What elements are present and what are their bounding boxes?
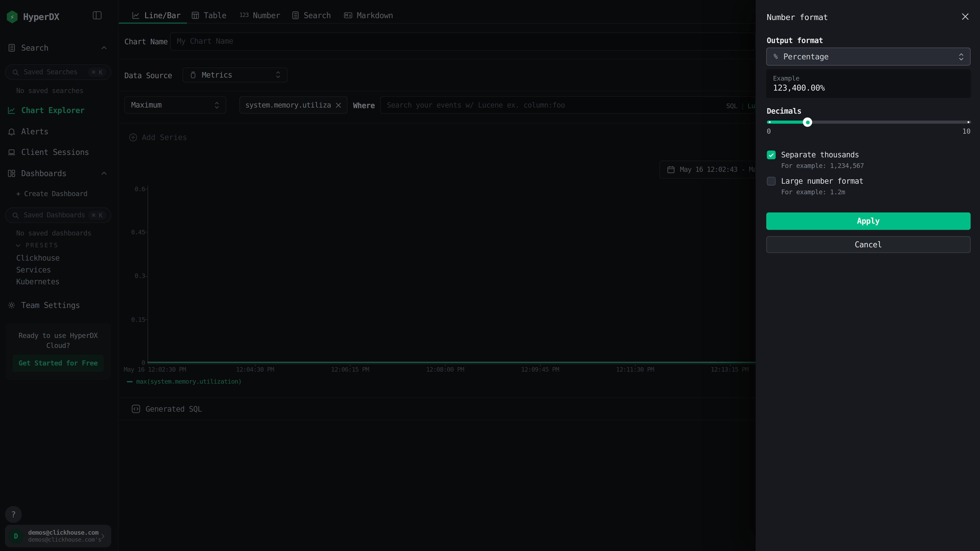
- cloud-promo-text: Ready to use HyperDX Cloud?: [5, 331, 111, 351]
- separate-thousands-checkbox[interactable]: [767, 151, 776, 159]
- close-icon[interactable]: [961, 12, 970, 21]
- x-tick: 12:04:30 PM: [236, 366, 274, 373]
- slider-thumb[interactable]: [803, 118, 812, 127]
- separate-thousands-label: Separate thousands: [781, 151, 864, 159]
- preset-clickhouse[interactable]: Clickhouse: [16, 254, 60, 262]
- example-box: Example 123,400.00%: [766, 69, 970, 98]
- main-content: Line/Bar Table 123 Number Search Markdow…: [119, 0, 756, 551]
- preset-services[interactable]: Services: [16, 265, 51, 274]
- drawer-title: Number format: [767, 13, 828, 22]
- avatar: D: [8, 528, 24, 544]
- preset-kubernetes[interactable]: Kubernetes: [16, 277, 60, 286]
- output-format-value: Percentage: [783, 52, 829, 61]
- get-started-button[interactable]: Get Started for Free: [13, 355, 104, 372]
- decimals-slider[interactable]: [767, 121, 971, 124]
- calendar-icon: [667, 165, 675, 174]
- metric-chip[interactable]: system.memory.utiliza: [239, 97, 347, 114]
- separate-thousands-row: Separate thousands For example: 1,234,56…: [767, 151, 864, 169]
- user-email: demos@clickhouse.com: [28, 529, 102, 536]
- decimals-label: Decimals: [767, 107, 802, 116]
- where-input[interactable]: [380, 97, 756, 114]
- sidebar: ⚡ HyperDX Search Saved Searches ⌘ K No s…: [0, 0, 119, 551]
- y-tick: 0.15: [123, 316, 145, 322]
- sidebar-item-dashboards[interactable]: Dashboards: [0, 167, 119, 179]
- large-number-row: Large number format For example: 1.2m: [767, 177, 864, 195]
- large-number-checkbox[interactable]: [767, 177, 776, 186]
- active-tab-indicator: [119, 22, 187, 24]
- chart-name-label: Chart Name: [124, 38, 168, 46]
- chevron-updown-icon: [275, 71, 282, 79]
- chevron-up-icon[interactable]: [101, 170, 108, 176]
- slider-max-mark: [967, 121, 969, 123]
- query-language-toggle[interactable]: SQL | Lu: [726, 102, 755, 110]
- data-source-label: Data Source: [124, 71, 172, 80]
- y-axis: [147, 186, 148, 363]
- create-dashboard-button[interactable]: + Create Dashboard: [16, 190, 88, 198]
- example-label: Example: [773, 74, 799, 82]
- app-window: ⚡ HyperDX Search Saved Searches ⌘ K No s…: [0, 0, 980, 551]
- sidebar-item-team-settings[interactable]: Team Settings: [0, 299, 119, 311]
- shortcut-badge: ⌘ K: [88, 211, 106, 220]
- date-range-picker[interactable]: May 16 12:02:43 - Ma: [659, 160, 756, 179]
- chart-legend: max(system.memory.utilization): [127, 378, 242, 385]
- chevron-right-icon: [99, 533, 107, 540]
- sql-toggle[interactable]: SQL: [726, 102, 737, 110]
- help-button[interactable]: ?: [5, 506, 22, 523]
- apply-button[interactable]: Apply: [766, 213, 970, 230]
- x-axis: [147, 363, 756, 364]
- collapse-sidebar-icon[interactable]: [92, 11, 102, 20]
- where-label: Where: [353, 101, 375, 110]
- hyperdx-logo-icon: ⚡: [6, 10, 18, 24]
- y-tick: 0.3: [123, 272, 145, 279]
- x-tick: 12:08:00 PM: [426, 366, 464, 373]
- slider-min-label: 0: [767, 127, 771, 135]
- y-tick: 0: [123, 359, 145, 366]
- bell-icon: [8, 127, 16, 135]
- chevron-updown-icon: [214, 101, 220, 110]
- percent-icon: %: [773, 52, 778, 60]
- add-series-button[interactable]: Add Series: [129, 133, 187, 142]
- search-icon: [12, 68, 19, 76]
- chart-name-input[interactable]: [170, 32, 756, 51]
- lucene-toggle[interactable]: Lu: [748, 102, 755, 110]
- output-format-select[interactable]: % Percentage: [766, 48, 970, 66]
- saved-searches-input[interactable]: Saved Searches ⌘ K: [5, 64, 111, 80]
- aggregation-select[interactable]: Maximum: [124, 97, 226, 114]
- generated-sql-toggle[interactable]: Generated SQL: [131, 404, 202, 414]
- cancel-button[interactable]: Cancel: [766, 236, 970, 253]
- sidebar-item-alerts[interactable]: Alerts: [0, 125, 119, 137]
- x-tick: 12:09:45 PM: [521, 366, 559, 373]
- data-source-select[interactable]: Metrics: [183, 67, 288, 82]
- plus-circle-icon: [129, 133, 138, 142]
- presets-header[interactable]: PRESETS: [15, 242, 58, 249]
- user-menu[interactable]: D demos@clickhouse.com demos@clickhouse.…: [5, 525, 111, 547]
- chevron-up-icon[interactable]: [101, 44, 108, 51]
- x-tick: 12:11:30 PM: [616, 366, 654, 373]
- markdown-icon: [344, 11, 353, 19]
- app-logo[interactable]: ⚡ HyperDX: [6, 8, 113, 26]
- search-icon: [12, 211, 19, 219]
- table-icon: [191, 11, 199, 19]
- sidebar-item-search[interactable]: Search: [0, 41, 119, 54]
- sidebar-item-chart-explorer[interactable]: Chart Explorer: [0, 104, 119, 116]
- gear-icon: [8, 301, 16, 309]
- remove-metric-icon[interactable]: [335, 102, 342, 109]
- 123-icon: 123: [239, 12, 248, 18]
- tab-line-bar[interactable]: Line/Bar: [132, 9, 180, 21]
- tab-search[interactable]: Search: [291, 9, 331, 21]
- y-tick: 0.45: [123, 229, 145, 235]
- tab-table[interactable]: Table: [191, 9, 226, 21]
- legend-line-swatch: [127, 381, 132, 382]
- saved-dashboards-input[interactable]: Saved Dashboards ⌘ K: [5, 207, 111, 223]
- separate-thousands-example: For example: 1,234,567: [781, 162, 864, 169]
- code-icon: [131, 404, 141, 414]
- date-range-value: May 16 12:02:43 - Ma: [680, 165, 756, 174]
- logs-icon: [291, 11, 299, 19]
- chevron-down-icon: [15, 242, 21, 248]
- laptop-icon: [8, 148, 16, 156]
- large-number-label: Large number format: [781, 177, 864, 186]
- tab-number[interactable]: 123 Number: [239, 9, 280, 21]
- user-team: demos@clickhouse.com's: [28, 536, 102, 543]
- sidebar-item-client-sessions[interactable]: Client Sessions: [0, 146, 119, 158]
- tab-markdown[interactable]: Markdown: [344, 9, 393, 21]
